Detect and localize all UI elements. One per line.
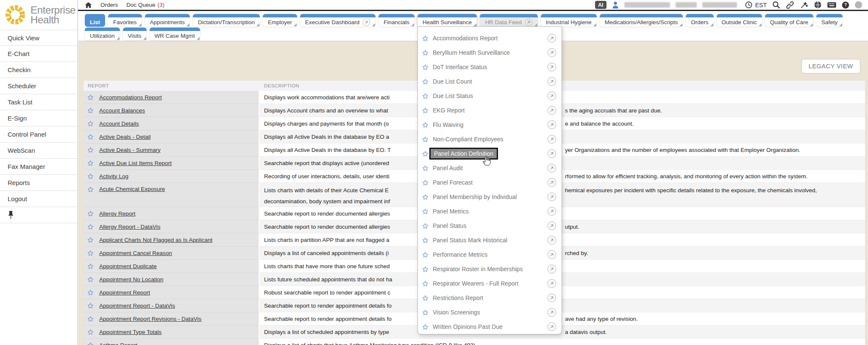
magic-wand-icon[interactable]	[800, 1, 808, 9]
menu-item-due-list-count[interactable]: Due List Count	[418, 74, 562, 89]
menu-item-due-list-status[interactable]: Due List Status	[418, 89, 562, 103]
favorite-star-icon[interactable]	[422, 295, 429, 302]
menu-item-flu-waiving[interactable]: Flu Waiving	[418, 118, 562, 132]
tab-utilization[interactable]: Utilization	[85, 28, 120, 40]
favorite-star-icon[interactable]	[422, 208, 429, 215]
report-link[interactable]: Appointment Report Revisions - DataVis	[99, 316, 201, 322]
favorite-star-icon[interactable]	[422, 107, 429, 114]
favorite-star-icon[interactable]	[87, 210, 94, 217]
favorite-star-icon[interactable]	[422, 35, 429, 42]
sidebar-item-e-sign[interactable]: E-Sign	[0, 110, 78, 126]
favorite-star-icon[interactable]	[422, 251, 429, 258]
favorite-star-icon[interactable]	[87, 133, 94, 140]
menu-item-panel-metrics[interactable]: Panel Metrics	[418, 204, 562, 219]
tab-quality-of-care[interactable]: Quality of Care	[765, 14, 813, 27]
favorite-star-icon[interactable]	[422, 309, 429, 316]
report-link[interactable]: Appointment Cancel Reason	[99, 250, 172, 256]
report-link[interactable]: Accommodations Report	[99, 94, 162, 101]
report-link[interactable]: Account Balances	[99, 107, 145, 114]
favorite-star-icon[interactable]	[422, 93, 429, 100]
favorite-star-icon[interactable]	[422, 194, 429, 201]
favorite-star-icon[interactable]	[422, 323, 429, 331]
open-in-new-icon[interactable]	[547, 62, 556, 72]
menu-item-panel-forecast[interactable]: Panel Forecast	[418, 175, 562, 190]
open-in-new-icon[interactable]	[547, 293, 556, 303]
open-in-new-icon[interactable]	[547, 120, 556, 129]
favorite-star-icon[interactable]	[422, 165, 429, 172]
report-link[interactable]: Applicant Charts Not Flagged as Is Appli…	[99, 237, 212, 243]
open-in-new-icon[interactable]	[547, 236, 556, 245]
favorite-star-icon[interactable]	[87, 160, 94, 167]
sidebar-item-task-list[interactable]: Task List	[0, 94, 78, 110]
open-in-new-icon[interactable]	[547, 207, 556, 216]
menu-item-panel-status-mark-historical[interactable]: Panel Status Mark Historical	[418, 233, 562, 247]
open-in-new-icon[interactable]	[547, 322, 556, 331]
tab-health-surveillance[interactable]: Health Surveillance	[417, 14, 477, 27]
sidebar-item-e-chart[interactable]: E-Chart	[0, 46, 78, 62]
favorite-star-icon[interactable]	[87, 289, 94, 296]
favorite-star-icon[interactable]	[87, 173, 94, 180]
menu-item-panel-action-definition[interactable]: Panel Action Definition	[418, 146, 562, 161]
tab-dictation-transcription[interactable]: Dictation/Transcription	[193, 14, 260, 27]
sidebar-item-webscan[interactable]: WebScan	[0, 143, 78, 159]
menu-item-accommodations-report[interactable]: Accommodations Report	[418, 31, 562, 45]
favorite-star-icon[interactable]	[422, 121, 429, 129]
report-link[interactable]: Account Details	[99, 121, 139, 127]
open-in-new-icon[interactable]	[547, 163, 556, 173]
menu-item-respirator-roster-in-memberships[interactable]: Respirator Roster in Memberships	[418, 262, 562, 276]
menu-item-restrictions-report[interactable]: Restrictions Report	[418, 291, 562, 305]
avatar-placeholder[interactable]	[855, 1, 862, 8]
favorite-star-icon[interactable]	[87, 302, 94, 309]
sidebar-item-reports[interactable]: Reports	[0, 175, 78, 191]
favorite-star-icon[interactable]	[87, 186, 94, 193]
legacy-view-button[interactable]: LEGACY VIEW	[801, 59, 860, 73]
favorite-star-icon[interactable]	[422, 136, 429, 143]
tab-executive-dashboard[interactable]: Executive Dashboard	[300, 14, 376, 27]
menu-item-vision-screenings[interactable]: Vision Screenings	[418, 305, 562, 320]
sidebar-item-fax-manager[interactable]: Fax Manager	[0, 159, 78, 175]
ai-badge[interactable]: AI	[595, 1, 606, 9]
favorite-star-icon[interactable]	[422, 78, 429, 85]
search-icon[interactable]	[772, 1, 780, 9]
favorite-star-icon[interactable]	[422, 64, 429, 71]
globe-icon[interactable]	[814, 1, 822, 9]
open-in-new-icon[interactable]	[547, 135, 556, 144]
favorite-star-icon[interactable]	[87, 342, 94, 345]
favorite-star-icon[interactable]	[422, 179, 429, 186]
help-icon[interactable]: ?	[842, 1, 849, 9]
sidebar-item-quick-view[interactable]: Quick View	[0, 30, 78, 46]
tab-wr-case-mgmt[interactable]: WR Case Mgmt	[150, 28, 200, 40]
clock-icon[interactable]	[745, 1, 752, 8]
favorite-star-icon[interactable]	[422, 280, 429, 287]
menu-item-performance-metrics[interactable]: Performance Metrics	[418, 247, 562, 262]
open-in-new-icon[interactable]	[547, 91, 556, 101]
sidebar-item-scheduler[interactable]: Scheduler	[0, 78, 78, 94]
favorite-star-icon[interactable]	[422, 222, 429, 230]
report-link[interactable]: Active Deals - Summary	[99, 147, 161, 153]
menu-item-panel-status[interactable]: Panel Status	[418, 219, 562, 233]
tab-outside-clinic[interactable]: Outside Clinic	[717, 14, 762, 27]
report-link[interactable]: Allergy Report - DataVis	[99, 224, 161, 230]
home-icon[interactable]	[85, 2, 92, 8]
report-link[interactable]: Active Due List Items Report	[99, 160, 172, 166]
favorite-star-icon[interactable]	[422, 266, 429, 273]
favorite-star-icon[interactable]	[87, 276, 94, 283]
favorite-star-icon[interactable]	[87, 236, 94, 244]
tab-safety[interactable]: Safety	[816, 14, 843, 27]
open-in-new-icon[interactable]	[547, 279, 556, 288]
open-in-new-icon[interactable]	[547, 264, 556, 274]
favorite-star-icon[interactable]	[87, 120, 94, 127]
sidebar-item-checkin[interactable]: Checkin	[0, 62, 78, 78]
keyboard-icon[interactable]	[827, 2, 836, 8]
sidebar-pin-button[interactable]	[0, 207, 78, 223]
favorite-star-icon[interactable]	[422, 237, 429, 244]
favorite-star-icon[interactable]	[87, 223, 94, 230]
menu-item-panel-membership-by-individual[interactable]: Panel Membership by Individual	[418, 190, 562, 204]
report-link[interactable]: Appointment No Location	[99, 276, 164, 283]
tab-industrial-hygiene[interactable]: Industrial Hygiene	[541, 14, 597, 27]
menu-item-panel-audit[interactable]: Panel Audit	[418, 161, 562, 175]
open-in-new-icon[interactable]	[547, 308, 556, 317]
report-link[interactable]: Allergy Report	[99, 210, 136, 217]
report-link[interactable]: Appointment Report	[99, 289, 150, 296]
menu-item-written-opinions-past-due[interactable]: Written Opinions Past Due	[418, 320, 562, 334]
